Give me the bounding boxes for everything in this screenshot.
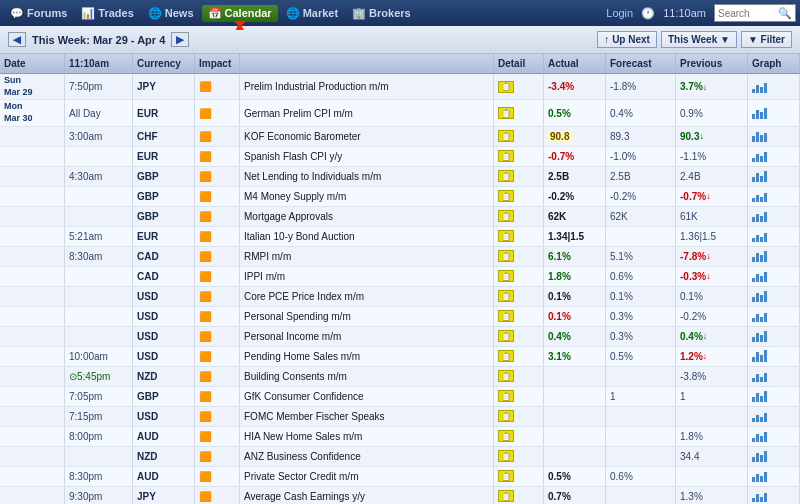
date-cell	[0, 207, 65, 226]
detail-cell: 📋	[494, 367, 544, 386]
detail-icon[interactable]: 📋	[498, 470, 514, 482]
detail-icon[interactable]: 📋	[498, 290, 514, 302]
graph-cell[interactable]	[748, 187, 800, 206]
table-row: GBP 🟧 M4 Money Supply m/m 📋 -0.2% -0.2% …	[0, 187, 800, 207]
detail-icon[interactable]: 📋	[498, 430, 514, 442]
this-week-button[interactable]: This Week ▼	[661, 31, 737, 48]
login-link[interactable]: Login	[606, 7, 633, 19]
forecast-cell: -1.0%	[606, 147, 676, 166]
detail-icon[interactable]: 📋	[498, 210, 514, 222]
next-week-button[interactable]: ▶	[171, 32, 189, 47]
table-row: 8:00pm AUD 🟧 HIA New Home Sales m/m 📋 1.…	[0, 427, 800, 447]
date-cell	[0, 327, 65, 346]
actual-cell: 0.4%	[544, 327, 606, 346]
detail-cell: 📋	[494, 427, 544, 446]
detail-icon[interactable]: 📋	[498, 107, 514, 119]
detail-icon[interactable]: 📋	[498, 450, 514, 462]
event-cell: GfK Consumer Confidence	[240, 387, 494, 406]
graph-cell[interactable]	[748, 287, 800, 306]
detail-icon[interactable]: 📋	[498, 130, 514, 142]
graph-cell[interactable]	[748, 407, 800, 426]
impact-cell: 🟧	[195, 367, 240, 386]
search-input[interactable]	[718, 8, 778, 19]
event-cell: Prelim Industrial Production m/m	[240, 74, 494, 99]
actual-cell	[544, 387, 606, 406]
nav-item-brokers[interactable]: 🏢 Brokers	[346, 5, 417, 22]
detail-icon[interactable]: 📋	[498, 230, 514, 242]
event-cell: IPPI m/m	[240, 267, 494, 286]
nav-item-calendar[interactable]: 📅 Calendar ▲	[202, 5, 278, 22]
detail-icon[interactable]: 📋	[498, 370, 514, 382]
currency-cell: AUD	[133, 467, 195, 486]
forecast-cell: 1	[606, 387, 676, 406]
graph-cell[interactable]	[748, 207, 800, 226]
currency-cell: USD	[133, 347, 195, 366]
graph-cell[interactable]	[748, 387, 800, 406]
graph-cell[interactable]	[748, 487, 800, 504]
detail-icon[interactable]: 📋	[498, 330, 514, 342]
impact-icon: 🟧	[199, 291, 211, 302]
impact-cell: 🟧	[195, 100, 240, 125]
graph-cell[interactable]	[748, 267, 800, 286]
detail-icon[interactable]: 📋	[498, 350, 514, 362]
impact-icon: 🟧	[199, 108, 211, 119]
graph-cell[interactable]	[748, 167, 800, 186]
detail-icon[interactable]: 📋	[498, 170, 514, 182]
detail-icon[interactable]: 📋	[498, 410, 514, 422]
event-cell: FOMC Member Fischer Speaks	[240, 407, 494, 426]
detail-icon[interactable]: 📋	[498, 81, 514, 93]
graph-cell[interactable]	[748, 307, 800, 326]
nav-item-forums[interactable]: 💬 Forums	[4, 5, 73, 22]
graph-cell[interactable]	[748, 74, 800, 99]
impact-icon: 🟧	[199, 151, 211, 162]
col-date: Date	[0, 54, 65, 73]
nav-item-market[interactable]: 🌐 Market	[280, 5, 344, 22]
previous-cell: 0.1%	[676, 287, 748, 306]
graph-cell[interactable]	[748, 147, 800, 166]
table-row: USD 🟧 Core PCE Price Index m/m 📋 0.1% 0.…	[0, 287, 800, 307]
detail-cell: 📋	[494, 167, 544, 186]
detail-icon[interactable]: 📋	[498, 150, 514, 162]
graph-cell[interactable]	[748, 100, 800, 125]
detail-icon[interactable]: 📋	[498, 190, 514, 202]
detail-cell: 📋	[494, 267, 544, 286]
nav-item-trades[interactable]: 📊 Trades	[75, 5, 139, 22]
impact-icon: 🟧	[199, 171, 211, 182]
graph-cell[interactable]	[748, 447, 800, 466]
prev-week-button[interactable]: ◀	[8, 32, 26, 47]
detail-icon[interactable]: 📋	[498, 310, 514, 322]
search-icon[interactable]: 🔍	[778, 7, 792, 20]
forecast-cell: 0.1%	[606, 287, 676, 306]
graph-cell[interactable]	[748, 247, 800, 266]
event-cell: German Prelim CPI m/m	[240, 100, 494, 125]
time-cell: 7:05pm	[65, 387, 133, 406]
filter-button[interactable]: ▼ Filter	[741, 31, 792, 48]
detail-icon[interactable]: 📋	[498, 390, 514, 402]
impact-cell: 🟧	[195, 147, 240, 166]
graph-cell[interactable]	[748, 467, 800, 486]
up-next-button[interactable]: ↑ Up Next	[597, 31, 657, 48]
trades-icon: 📊	[81, 7, 95, 20]
nav-item-news[interactable]: 🌐 News	[142, 5, 200, 22]
impact-icon: 🟧	[199, 191, 211, 202]
graph-cell[interactable]	[748, 327, 800, 346]
search-box: 🔍	[714, 4, 796, 22]
date-cell	[0, 387, 65, 406]
impact-cell: 🟧	[195, 167, 240, 186]
graph-cell[interactable]	[748, 347, 800, 366]
date-cell	[0, 487, 65, 504]
time-cell	[65, 307, 133, 326]
graph-cell[interactable]	[748, 427, 800, 446]
table-row: 7:05pm GBP 🟧 GfK Consumer Confidence 📋 1…	[0, 387, 800, 407]
detail-icon[interactable]: 📋	[498, 250, 514, 262]
event-cell: Personal Income m/m	[240, 327, 494, 346]
graph-cell[interactable]	[748, 367, 800, 386]
actual-cell: 90.8	[544, 127, 606, 146]
detail-icon[interactable]: 📋	[498, 490, 514, 502]
previous-cell: -0.7%↓	[676, 187, 748, 206]
graph-cell[interactable]	[748, 227, 800, 246]
detail-icon[interactable]: 📋	[498, 270, 514, 282]
forecast-cell: 0.6%	[606, 267, 676, 286]
graph-cell[interactable]	[748, 127, 800, 146]
forecast-cell: -0.2%	[606, 187, 676, 206]
